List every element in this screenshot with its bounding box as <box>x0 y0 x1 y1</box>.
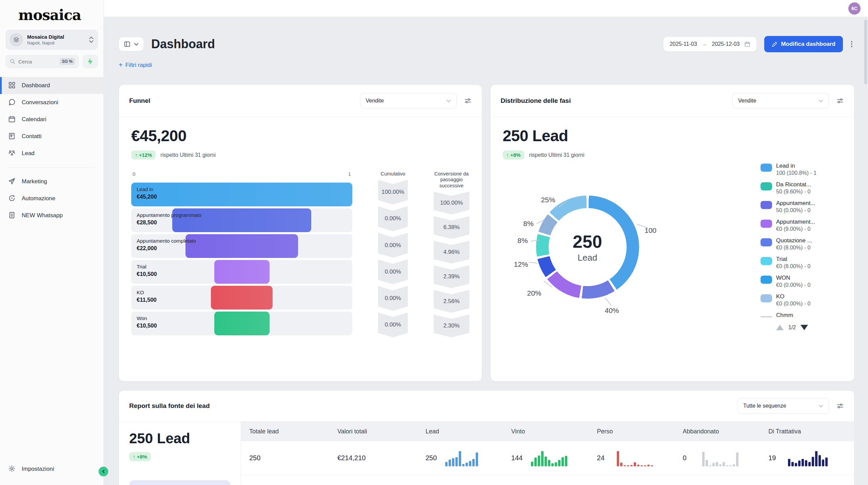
quick-filters-link[interactable]: + Filtri rapidi <box>119 61 152 69</box>
edit-dashboard-button[interactable]: Modifica dashboard <box>764 36 843 52</box>
funnel-stage-row: KO €11,500 <box>131 286 352 310</box>
sidebar-item-new-whatsapp[interactable]: NEW Whatsapp <box>0 207 103 224</box>
more-options-button[interactable] <box>849 39 854 49</box>
card-title: Report sulla fonte dei lead <box>129 402 210 410</box>
legend-value: €0 (0.00%) - 0 <box>776 282 810 288</box>
funnel-stage-bar[interactable] <box>131 183 352 206</box>
contact-card-icon <box>8 132 16 141</box>
sidebar-item-impostazioni[interactable]: Impostazioni <box>0 461 103 478</box>
sidebar-item-automazione[interactable]: Automazione <box>0 190 103 207</box>
sidebar-item-conversazioni[interactable]: Conversazioni <box>0 94 103 111</box>
search-input[interactable] <box>18 59 57 64</box>
workspace-location: Napoli, Napoli <box>27 40 84 45</box>
funnel-stage-value: €22,000 <box>137 245 196 251</box>
quick-action-button[interactable] <box>82 55 98 68</box>
date-range-picker[interactable]: 2025-11-03 → 2025-12-03 <box>663 37 757 52</box>
funnel-step-cell: 0.00% <box>378 259 408 284</box>
legend-swatch <box>761 220 772 228</box>
sidebar-item-label: Calendari <box>22 116 46 123</box>
filter-settings-icon[interactable] <box>464 97 472 105</box>
funnel-card: Funnel Vendite €45,200 <box>119 85 482 381</box>
delta-badge: ↑+8% <box>503 150 525 160</box>
funnel-stage-label: Lead in <box>137 186 157 192</box>
legend-value: €0 (8.00%) - 0 <box>776 263 810 269</box>
paper-plane-icon <box>8 178 16 186</box>
funnel-stage-value: €45,200 <box>137 193 157 200</box>
legend-item[interactable]: KO €0 (0.00%) - 0 <box>761 293 842 307</box>
main-content: Dashboard 2025-11-03 → 2025-12-03 Modifi… <box>104 17 868 485</box>
filter-settings-icon[interactable] <box>836 402 844 410</box>
pencil-icon <box>772 41 777 47</box>
mini-bar-chart <box>531 484 564 485</box>
grid-icon <box>8 81 16 90</box>
table-row[interactable]: 250€214,2101509616019 <box>241 475 854 485</box>
table-column-header: Di Trattativa <box>768 428 854 435</box>
funnel-stage-label: Appuntamento completato <box>137 238 196 244</box>
legend-item[interactable]: Quotazione ... €0 (8.00%) - 0 <box>761 237 842 251</box>
plus-icon: + <box>119 61 123 69</box>
legend-label: Lead in <box>776 163 816 169</box>
legend-item[interactable]: WON €0 (0.00%) - 0 <box>761 275 842 288</box>
delta-caption: rispetto Ultimi 31 giorni <box>529 152 584 158</box>
funnel-stage-bar[interactable] <box>214 312 270 335</box>
filter-settings-icon[interactable] <box>836 97 844 105</box>
search-icon <box>9 58 16 64</box>
legend-value: 100 (100.8%) - 1 <box>776 170 816 176</box>
legend-item[interactable]: Trial €0 (8.00%) - 0 <box>761 256 842 269</box>
legend-label: Quotazione ... <box>776 237 812 244</box>
legend-item[interactable]: Lead in 100 (100.8%) - 1 <box>761 163 842 176</box>
chevron-down-icon <box>446 99 451 102</box>
search-box[interactable]: SG % <box>5 55 79 68</box>
legend-value: 50 (0.00%) - 0 <box>776 207 815 213</box>
people-network-icon <box>8 149 16 157</box>
legend-value: €0 (0.00%) - 0 <box>776 301 810 307</box>
view-switcher[interactable] <box>119 37 144 51</box>
mini-bar-chart <box>702 484 735 485</box>
conversion-column: Conversione da passaggio successive 100.… <box>434 171 470 337</box>
sidebar-item-dashboard[interactable]: Dashboard <box>0 77 103 94</box>
sidebar-item-label: Contatti <box>22 133 42 140</box>
sequence-select[interactable]: Tutte le sequenze <box>737 398 829 414</box>
cell-value: 19 <box>768 454 783 462</box>
cell-value: 250 <box>426 454 440 462</box>
funnel-stage-bar[interactable] <box>185 234 298 258</box>
fonte-select[interactable]: Fonte <box>129 480 231 485</box>
legend-item[interactable]: Da Ricontat... 50 (9.60%) - 0 <box>761 181 842 195</box>
funnel-stage-label: Trial <box>137 264 157 269</box>
layout-icon <box>124 41 131 48</box>
sidebar-item-marketing[interactable]: Marketing <box>0 173 103 190</box>
table-column-header: Abbandonato <box>683 428 768 435</box>
donut-slice-label: 100 <box>645 226 656 235</box>
card-title: Distribuzione delle fasi <box>501 97 571 105</box>
sidebar-item-calendari[interactable]: Calendari <box>0 111 103 128</box>
sidebar-item-lead[interactable]: Lead <box>0 145 103 162</box>
page-down-icon[interactable] <box>801 325 808 330</box>
funnel-stage-bar[interactable] <box>214 260 270 284</box>
pipeline-select[interactable]: Vendite <box>732 93 829 109</box>
donut-slice-label: 8% <box>523 220 533 228</box>
sidebar-collapse-button[interactable] <box>99 467 108 476</box>
funnel-step-cell: 0.00% <box>378 233 408 258</box>
report-summary-pane: 250 Lead ↑+8% Fonte <box>119 422 241 485</box>
mini-bar-chart <box>445 450 478 466</box>
page-up-icon[interactable] <box>776 325 784 330</box>
table-row[interactable]: 250€214,21025014424019 <box>241 441 854 475</box>
funnel-stage-bar[interactable] <box>211 286 273 310</box>
scrollbar[interactable] <box>864 20 867 84</box>
user-avatar[interactable]: 6C <box>848 2 861 15</box>
automation-icon <box>8 194 16 203</box>
table-column-header: Valori totali <box>337 428 426 435</box>
donut-ring[interactable]: 250 Lead <box>536 195 639 299</box>
legend-item[interactable]: Appuntament... €0 (9.00%) - 0 <box>761 219 842 232</box>
arrow-up-icon: ↑ <box>133 454 136 460</box>
funnel-step-cell: 100.00% <box>434 191 470 214</box>
legend-item[interactable]: Appuntament... 50 (0.00%) - 0 <box>761 200 842 213</box>
funnel-step-cell: 0.00% <box>378 313 408 337</box>
sidebar-item-contatti[interactable]: Contatti <box>0 128 103 145</box>
legend-item[interactable]: Chmm <box>761 312 842 319</box>
workspace-selector[interactable]: Mosaica Digital Napoli, Napoli <box>5 30 98 50</box>
pipeline-select[interactable]: Vendite <box>360 93 457 109</box>
divider <box>8 167 95 168</box>
notebook-icon <box>8 211 16 220</box>
gear-icon <box>8 465 16 473</box>
